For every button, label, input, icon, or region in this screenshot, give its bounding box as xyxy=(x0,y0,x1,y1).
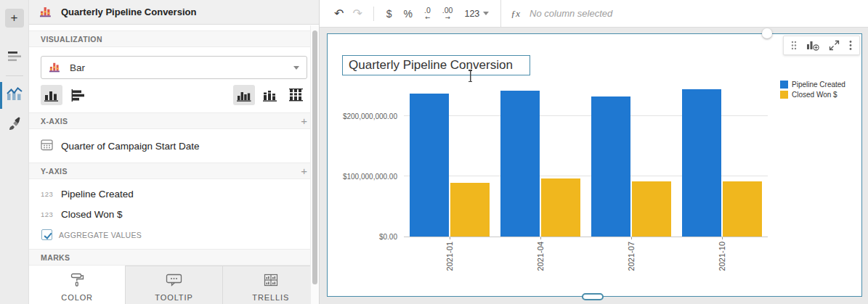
y-axis-label: $200,000,000.00 xyxy=(343,112,397,120)
orientation-vertical-button[interactable] xyxy=(41,85,62,105)
y-axis-field-label: Closed Won $ xyxy=(61,209,123,220)
trellis-grid-icon xyxy=(264,274,278,288)
percent-format-button[interactable]: % xyxy=(398,8,418,20)
bar-group: 2021-01 xyxy=(404,82,495,237)
decrease-decimal-digits: .0 xyxy=(424,7,431,15)
bar-group: 2021-07 xyxy=(586,82,677,237)
chart-bar[interactable] xyxy=(410,94,449,237)
visualization-section-header: VISUALIZATION xyxy=(29,30,319,47)
aggregate-values-row[interactable]: AGGREGATE VALUES xyxy=(29,224,319,249)
formula-bar[interactable]: ƒx No column selected xyxy=(500,0,868,27)
y-axis-field-row[interactable]: 123 Pipeline Created xyxy=(29,179,319,204)
sidebar-item-visualizations[interactable] xyxy=(0,81,29,110)
tab-trellis-label: TRELLIS xyxy=(252,293,289,302)
chart-variant-buttons xyxy=(29,82,319,112)
visualization-config-panel: Quarterly Pipeline Conversion VISUALIZAT… xyxy=(29,0,320,304)
chevron-down-icon xyxy=(293,66,299,70)
legend-label: Closed Won $ xyxy=(792,91,837,99)
legend-swatch xyxy=(780,91,788,99)
x-axis-label: 2021-07 xyxy=(627,242,636,271)
undo-button[interactable]: ↶ xyxy=(330,7,348,20)
legend-item: Pipeline Created xyxy=(780,81,845,89)
visualization-section-label: VISUALIZATION xyxy=(41,35,102,44)
tab-color[interactable]: COLOR xyxy=(29,266,126,304)
sidebar-item-format[interactable] xyxy=(0,45,29,71)
drag-handle-icon[interactable] xyxy=(791,41,797,50)
marks-tabs: COLOR TOOLTIP TRELLIS xyxy=(29,266,319,304)
legend: Pipeline CreatedClosed Won $ xyxy=(780,81,845,99)
number-type-icon: 123 xyxy=(41,210,53,218)
chart-bar[interactable] xyxy=(450,183,490,237)
panel-header: Quarterly Pipeline Conversion xyxy=(29,0,319,25)
tab-tooltip-label: TOOLTIP xyxy=(155,293,192,302)
y-axis-field-label: Pipeline Created xyxy=(61,189,134,200)
chart-bar[interactable] xyxy=(591,96,630,237)
bar-group: 2021-10 xyxy=(677,82,768,237)
y-axis-label: $0.00 xyxy=(379,233,397,241)
formatting-toolbar: ↶ ↷ $ % .0 ← .00 → 123 ƒx No column sele… xyxy=(320,0,868,28)
tab-trellis[interactable]: TRELLIS xyxy=(223,266,319,304)
y-axis-section-label: Y-AXIS xyxy=(41,167,68,176)
element-mini-toolbar xyxy=(783,36,860,55)
chart-bar[interactable] xyxy=(500,91,540,237)
resize-handle-bottom[interactable] xyxy=(582,293,604,300)
panel-title: Quarterly Pipeline Conversion xyxy=(61,7,196,17)
expand-icon[interactable] xyxy=(829,40,840,51)
sidebar-item-style[interactable] xyxy=(0,110,29,141)
y-axis-labels: $0.00$100,000,000.00$200,000,000.00 xyxy=(328,82,400,237)
fx-icon: ƒx xyxy=(511,8,520,20)
x-axis-field-label: Quarter of Campaign Start Date xyxy=(61,141,200,152)
chart-bar[interactable] xyxy=(723,181,762,237)
resize-handle-top[interactable] xyxy=(762,28,772,38)
x-axis-section-label: X-AXIS xyxy=(41,117,68,126)
decrease-decimal-button[interactable]: .0 ← xyxy=(418,7,437,21)
app-window: + Quarterly Pipeline Conversion VIS xyxy=(0,0,868,304)
aggregate-values-label: AGGREGATE VALUES xyxy=(59,231,142,239)
y-axis-field-row[interactable]: 123 Closed Won $ xyxy=(29,204,319,224)
text-cursor-icon xyxy=(467,70,474,82)
more-menu-icon[interactable] xyxy=(849,40,852,51)
aggregate-values-checkbox[interactable] xyxy=(41,229,52,240)
x-axis-line xyxy=(404,237,768,237)
redo-button[interactable]: ↷ xyxy=(348,7,366,20)
legend-label: Pipeline Created xyxy=(792,81,845,89)
orientation-horizontal-button[interactable] xyxy=(67,85,89,105)
layout-grouped-button[interactable] xyxy=(233,85,255,105)
plot-area: 2021-012021-042021-072021-10 xyxy=(404,82,768,237)
chart-type-select[interactable]: Bar xyxy=(41,56,307,79)
add-element-button[interactable]: + xyxy=(5,9,24,28)
toolbar-divider xyxy=(373,7,374,21)
chart-bar[interactable] xyxy=(682,89,721,237)
x-axis-label: 2021-04 xyxy=(536,242,545,271)
legend-item: Closed Won $ xyxy=(780,91,845,99)
number-format-dropdown[interactable]: 123 xyxy=(458,9,495,19)
x-axis-add-button[interactable]: + xyxy=(301,115,307,126)
rail-divider xyxy=(6,75,23,76)
number-type-icon: 123 xyxy=(41,190,53,198)
chart-title-input[interactable]: Quarterly Pipeline Conversion xyxy=(342,55,530,75)
chart-bar[interactable] xyxy=(632,181,671,237)
text-lines-icon xyxy=(7,52,23,65)
y-axis-add-button[interactable]: + xyxy=(301,165,307,176)
x-axis-field-row[interactable]: Quarter of Campaign Start Date xyxy=(29,129,319,163)
explore-chart-icon[interactable] xyxy=(806,40,819,51)
tab-color-label: COLOR xyxy=(61,293,93,302)
number-format-label: 123 xyxy=(464,9,479,19)
tab-tooltip[interactable]: TOOLTIP xyxy=(126,266,222,304)
x-axis-label: 2021-01 xyxy=(445,242,454,271)
increase-decimal-button[interactable]: .00 → xyxy=(437,7,459,21)
marks-section-label: MARKS xyxy=(41,253,70,262)
scrollbar-thumb[interactable] xyxy=(312,30,317,284)
currency-format-button[interactable]: $ xyxy=(381,8,398,20)
chart-element[interactable]: Quarterly Pipeline Conversion Pipeline C… xyxy=(327,33,862,297)
panel-scrollbar[interactable] xyxy=(310,25,319,304)
bar-chart-colorful-icon xyxy=(39,4,52,20)
layout-stacked-button[interactable] xyxy=(259,85,281,105)
workbook-main-area: ↶ ↷ $ % .0 ← .00 → 123 ƒx No column sele… xyxy=(320,0,868,304)
chart-title: Quarterly Pipeline Conversion xyxy=(349,58,513,73)
layout-stacked-100-button[interactable] xyxy=(285,85,307,105)
left-rail: + xyxy=(0,0,29,304)
y-axis-label: $100,000,000.00 xyxy=(343,173,397,181)
bar-chart-colorful-icon xyxy=(49,60,61,75)
chart-bar[interactable] xyxy=(541,178,580,237)
